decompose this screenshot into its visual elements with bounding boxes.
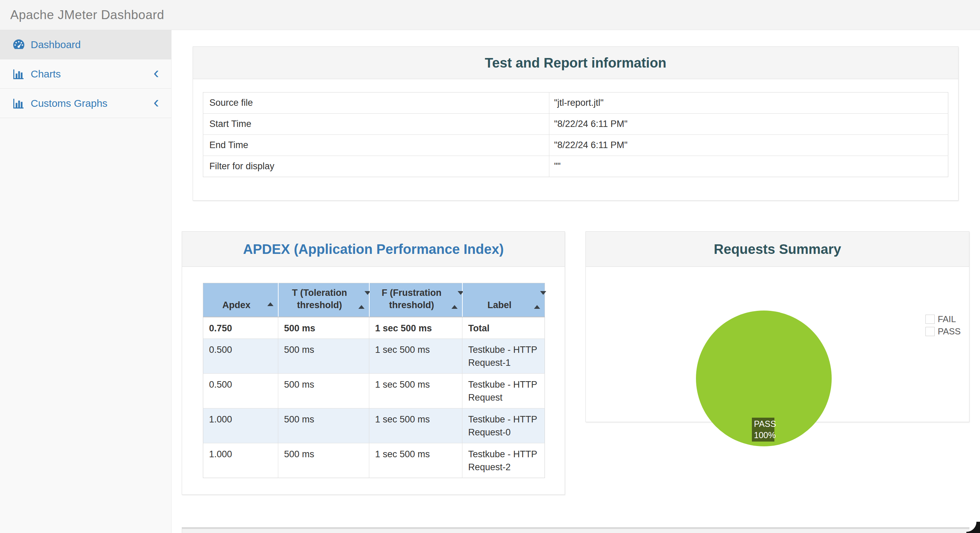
- bar-chart-icon: [12, 97, 26, 110]
- apdex-cell: Testkube - HTTP Request-1: [462, 338, 545, 373]
- legend-item-fail: FAIL: [926, 314, 961, 324]
- apdex-cell: 0.500: [203, 338, 278, 373]
- apdex-row: 0.750500 ms1 sec 500 msTotal: [203, 317, 545, 338]
- sidebar-item-label: Charts: [31, 68, 153, 80]
- apdex-row: 1.000500 ms1 sec 500 msTestkube - HTTP R…: [203, 408, 545, 443]
- legend-swatch-fail: [926, 314, 935, 324]
- pie-center-label-line: 100%: [754, 429, 775, 441]
- apdex-cell: 500 ms: [278, 373, 369, 408]
- sidebar: DashboardCharts‹Customs Graphs‹: [0, 30, 172, 533]
- legend-item-pass: PASS: [926, 326, 961, 337]
- apdex-cell: 500 ms: [278, 408, 369, 443]
- chart-legend: FAILPASS: [926, 314, 961, 337]
- panel-apdex-header: APDEX (Application Performance Index): [182, 232, 565, 267]
- info-row: Filter for display"": [203, 156, 948, 177]
- legend-label: PASS: [938, 326, 961, 337]
- apdex-column-header-t[interactable]: T (Toleration threshold): [278, 283, 369, 318]
- apdex-cell: 0.750: [203, 317, 278, 338]
- panel-test-info-header: Test and Report information: [193, 47, 958, 79]
- sidebar-item-charts[interactable]: Charts‹: [0, 59, 171, 89]
- apdex-row: 1.000500 ms1 sec 500 msTestkube - HTTP R…: [203, 443, 545, 478]
- chevron-left-icon: ‹: [153, 97, 159, 107]
- apdex-row: 0.500500 ms1 sec 500 msTestkube - HTTP R…: [203, 373, 545, 408]
- apdex-cell: 500 ms: [278, 317, 369, 338]
- info-row-value: "jtl-report.jtl": [549, 93, 948, 113]
- panel-title-requests-summary: Requests Summary: [714, 242, 841, 257]
- dashboard-icon: [12, 38, 26, 51]
- info-row-label: Source file: [203, 93, 549, 113]
- apdex-cell: 1 sec 500 ms: [369, 408, 462, 443]
- next-panel-top-edge: [182, 527, 969, 533]
- apdex-column-label: Label: [487, 300, 511, 310]
- panel-requests-summary: Requests Summary PASS100% FAILPASS: [585, 231, 969, 422]
- apdex-cell: 1 sec 500 ms: [369, 317, 462, 338]
- sort-both-icon: [534, 294, 540, 306]
- screen-corner-artifact: [966, 522, 980, 533]
- apdex-column-header-f[interactable]: F (Frustration threshold): [369, 283, 462, 318]
- legend-swatch-pass: [926, 327, 935, 336]
- apdex-cell: 500 ms: [278, 443, 369, 478]
- test-info-table: Source file"jtl-report.jtl"Start Time"8/…: [203, 92, 948, 177]
- apdex-cell: 1 sec 500 ms: [369, 373, 462, 408]
- sidebar-item-dashboard[interactable]: Dashboard: [0, 30, 171, 59]
- apdex-cell: Testkube - HTTP Request-2: [462, 443, 545, 478]
- apdex-cell: 1.000: [203, 443, 278, 478]
- pie-center-label: PASS100%: [752, 418, 775, 442]
- legend-label: FAIL: [938, 314, 956, 324]
- panel-requests-summary-header: Requests Summary: [586, 232, 969, 267]
- info-row-value: "8/22/24 6:11 PM": [549, 135, 948, 156]
- info-row-value: "": [549, 156, 948, 177]
- chevron-left-icon: ‹: [153, 67, 159, 78]
- sidebar-item-label: Customs Graphs: [31, 97, 153, 109]
- info-row: End Time"8/22/24 6:11 PM": [203, 135, 948, 156]
- info-row-label: End Time: [203, 135, 549, 156]
- panel-apdex: APDEX (Application Performance Index) Ap…: [182, 231, 565, 495]
- apdex-table: ApdexT (Toleration threshold)F (Frustrat…: [203, 283, 545, 478]
- panel-test-info: Test and Report information Source file"…: [192, 46, 959, 201]
- apdex-column-label: Apdex: [222, 300, 251, 310]
- apdex-cell: 1.000: [203, 408, 278, 443]
- bar-chart-icon: [12, 68, 26, 80]
- apdex-row: 0.500500 ms1 sec 500 msTestkube - HTTP R…: [203, 338, 545, 373]
- sort-both-icon: [452, 294, 458, 306]
- app-header: Apache JMeter Dashboard: [0, 0, 980, 30]
- apdex-cell: 0.500: [203, 373, 278, 408]
- panel-title-apdex: APDEX (Application Performance Index): [243, 242, 504, 257]
- requests-pie-chart: PASS100% FAILPASS: [586, 267, 969, 422]
- apdex-cell: 1 sec 500 ms: [369, 338, 462, 373]
- sort-both-icon: [358, 294, 364, 306]
- sidebar-item-customs-graphs[interactable]: Customs Graphs‹: [0, 89, 171, 118]
- apdex-column-label: F (Frustration threshold): [382, 288, 442, 310]
- pie-center-label-line: PASS: [754, 418, 775, 429]
- apdex-cell: Testkube - HTTP Request: [462, 373, 545, 408]
- info-row-value: "8/22/24 6:11 PM": [549, 113, 948, 135]
- info-row-label: Filter for display: [203, 156, 549, 177]
- info-row: Start Time"8/22/24 6:11 PM": [203, 113, 948, 135]
- apdex-cell: Testkube - HTTP Request-0: [462, 408, 545, 443]
- apdex-column-label: T (Toleration threshold): [292, 288, 347, 310]
- apdex-cell: 1 sec 500 ms: [369, 443, 462, 478]
- apdex-cell: 500 ms: [278, 338, 369, 373]
- info-row-label: Start Time: [203, 113, 549, 135]
- info-row: Source file"jtl-report.jtl": [203, 93, 948, 113]
- sidebar-menu: DashboardCharts‹Customs Graphs‹: [0, 30, 171, 118]
- panel-title-test-info: Test and Report information: [485, 55, 667, 71]
- apdex-column-header-label[interactable]: Label: [462, 283, 545, 318]
- apdex-cell: Total: [462, 317, 545, 338]
- sidebar-item-label: Dashboard: [31, 39, 159, 51]
- sort-ascending-icon: [267, 291, 274, 303]
- app-title: Apache JMeter Dashboard: [0, 8, 164, 22]
- apdex-column-header-apdex[interactable]: Apdex: [203, 283, 278, 318]
